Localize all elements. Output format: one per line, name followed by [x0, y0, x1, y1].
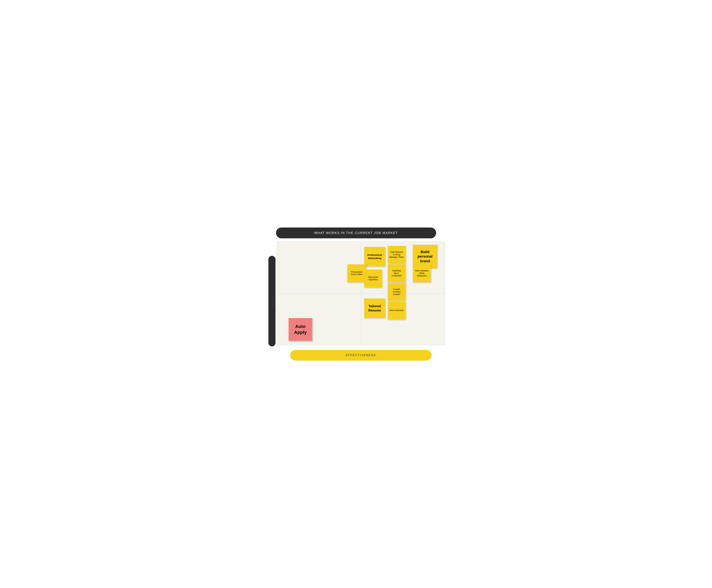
sticky-value-validation: Value Validation (Skills Showcase) [413, 265, 431, 282]
main-area: EFFORT Professional Networking Cold Outr… [267, 241, 445, 360]
sticky-auto-apply: Auto Apply [288, 318, 312, 341]
y-axis-bar [268, 256, 276, 346]
page-container: WHAT WORKS IN THE CURRENT JOB MARKET EFF… [267, 228, 445, 360]
sticky-upskilling: Upskilling/ Micro-Credentials [388, 265, 406, 282]
sticky-personalized-cover-letters: Personalized Cover Letters [347, 265, 366, 282]
x-axis-label: EFFECTIVENESS [346, 354, 376, 357]
chart-wrapper: Professional Networking Cold Outreach to… [277, 241, 445, 360]
sticky-mock-interviews: Mock Interviews [388, 301, 406, 319]
chart-area: Professional Networking Cold Outreach to… [277, 241, 445, 345]
sticky-data-driven-negotiation: Data-driven negotiation [364, 270, 382, 287]
x-axis-container: EFFECTIVENESS [277, 350, 445, 360]
title-text: WHAT WORKS IN THE CURRENT JOB MARKET [314, 231, 398, 235]
sticky-professional-networking: Professional Networking [364, 247, 385, 266]
x-axis-bar: EFFECTIVENESS [290, 350, 432, 360]
sticky-tailored-resume: Tailored Resume [364, 298, 385, 318]
sticky-in-depth-company-research: In-depth company research [388, 283, 406, 301]
sticky-cold-outreach: Cold Outreach to Hiring Manager / Peers [388, 246, 406, 264]
title-banner: WHAT WORKS IN THE CURRENT JOB MARKET [276, 228, 436, 238]
y-axis-wrapper: EFFORT [267, 241, 277, 360]
